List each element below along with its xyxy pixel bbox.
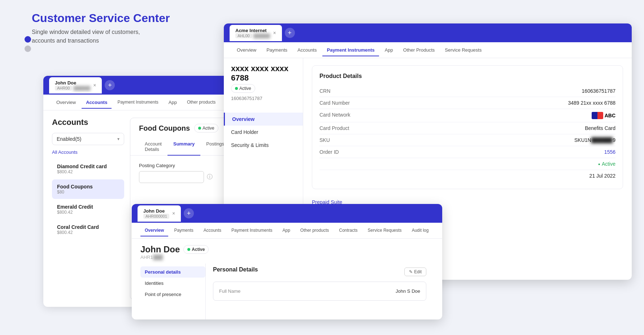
pd2-row-fullname: Full Name John S Doe bbox=[219, 287, 420, 295]
nav-overview-acme[interactable]: Overview bbox=[232, 44, 261, 56]
nav-payments-jf[interactable]: Payments bbox=[170, 225, 197, 236]
status-dot-green bbox=[198, 127, 201, 130]
account-diamond[interactable]: Diamond Credit card $800.42 bbox=[52, 159, 124, 179]
tab-bar-john-front: John Doe AHR000001 × + bbox=[132, 204, 442, 223]
dot-gray bbox=[25, 45, 31, 52]
nav-audit-jf[interactable]: Audit log bbox=[408, 225, 433, 236]
fc-tab-account-details[interactable]: Account Details bbox=[139, 138, 167, 156]
tab-close-john-back[interactable]: × bbox=[93, 82, 96, 88]
all-accounts-link[interactable]: All Accounts bbox=[52, 149, 124, 155]
pd-row-card-product: Card Product Benefits Card bbox=[319, 122, 615, 134]
tab-close-acme[interactable]: × bbox=[273, 30, 276, 36]
pd-row-sku: SKU SKU1N██████9 bbox=[319, 134, 615, 146]
jd2-user-status-badge: Active bbox=[183, 245, 209, 254]
acme-card-status-badge: Active bbox=[231, 84, 255, 93]
sidebar-nav-overview[interactable]: Overview bbox=[224, 113, 303, 126]
nav-app-jf[interactable]: App bbox=[278, 225, 294, 236]
personal-details-card: Full Name John S Doe bbox=[213, 282, 426, 301]
nav-accounts-john[interactable]: Accounts bbox=[82, 97, 112, 109]
pd-row-order-id: Order ID 1556 bbox=[319, 146, 615, 158]
nav-acme: Overview Payments Accounts Payment Instr… bbox=[224, 42, 632, 58]
acme-sidebar: Overview Card Holder Security & Limits bbox=[224, 107, 303, 157]
nav-service-jf[interactable]: Service Requests bbox=[364, 225, 406, 236]
nav-other-jf[interactable]: Other products bbox=[296, 225, 333, 236]
pd-active-dot: ● bbox=[598, 162, 600, 166]
tab-close-john-front[interactable]: × bbox=[172, 210, 175, 216]
nav-app-acme[interactable]: App bbox=[380, 44, 397, 56]
pencil-icon: ✎ bbox=[409, 269, 413, 274]
nav-other-john[interactable]: Other products bbox=[183, 97, 220, 108]
food-coupons-status-badge: Active bbox=[194, 124, 218, 132]
jd2-layout: Personal details Identities Point of pre… bbox=[140, 264, 434, 319]
tab-john-back[interactable]: John Doe AHR00 ██████ × bbox=[49, 77, 102, 93]
accounts-filter[interactable]: Enabled(5) ▾ bbox=[52, 133, 124, 145]
filter-chevron-icon: ▾ bbox=[117, 136, 119, 142]
jd2-content: John Doe Active AHR1███ Personal details… bbox=[132, 239, 442, 319]
nav-overview-jf[interactable]: Overview bbox=[140, 225, 168, 236]
acme-card-number: xxxx xxxx xxxx 6788 bbox=[231, 64, 296, 83]
jd2-ahr-id: AHR1███ bbox=[140, 254, 434, 260]
account-food-coupons[interactable]: Food Coupons $80 bbox=[52, 179, 124, 199]
nav-payments-acme[interactable]: Payments bbox=[262, 44, 292, 56]
nav-payment-inst-acme[interactable]: Payment Instruments bbox=[322, 44, 379, 56]
nav-john-front: Overview Payments Accounts Payment Instr… bbox=[132, 223, 442, 239]
nav-service-acme[interactable]: Service Requests bbox=[440, 44, 486, 56]
jd2-status-dot bbox=[187, 248, 190, 251]
window-john-front: John Doe AHR000001 × + Overview Payments… bbox=[132, 204, 442, 319]
sidebar-nav-cardholder[interactable]: Card Holder bbox=[224, 126, 303, 139]
card-network-logo: ABC bbox=[592, 112, 615, 119]
tab-acme[interactable]: Acme Internet AHL00 ██████ × bbox=[230, 25, 282, 41]
tab-bar-acme: Acme Internet AHL00 ██████ × + bbox=[224, 23, 632, 42]
jd2-sidebar: Personal details Identities Point of pre… bbox=[140, 264, 205, 319]
tab-add-acme[interactable]: + bbox=[285, 28, 295, 38]
acme-crn-display: 160636751787 bbox=[231, 96, 296, 101]
nav-contracts-jf[interactable]: Contracts bbox=[335, 225, 362, 236]
pd-row-card-number: Card Number 3489 21xx xxxx 6788 bbox=[319, 97, 615, 109]
nav-accounts-acme[interactable]: Accounts bbox=[293, 44, 321, 56]
posting-info-icon: ⓘ bbox=[207, 173, 213, 181]
fc-tab-summary[interactable]: Summary bbox=[167, 138, 200, 156]
pd-row-card-network: Card Network ABC bbox=[319, 109, 615, 122]
account-coral[interactable]: Coral Credit Card $800.42 bbox=[52, 220, 124, 239]
nav-overview-john[interactable]: Overview bbox=[52, 97, 80, 109]
pd-row-status: ● Active bbox=[319, 158, 615, 170]
jd2-user-name-row: John Doe Active bbox=[140, 244, 434, 254]
tab-john-front[interactable]: John Doe AHR000001 × bbox=[138, 205, 181, 222]
jd2-sidebar-identities[interactable]: Identities bbox=[140, 278, 205, 289]
posting-category-input[interactable] bbox=[139, 171, 204, 183]
sidebar-nav-security[interactable]: Security & Limits bbox=[224, 139, 303, 152]
pd-row-date: 21 Jul 2022 bbox=[319, 170, 615, 182]
account-emerald[interactable]: Emerald Credit $800.42 bbox=[52, 200, 124, 219]
jd2-main: Personal Details ✎ Edit Full Name John S… bbox=[205, 264, 434, 319]
nav-other-acme[interactable]: Other Products bbox=[399, 44, 439, 56]
edit-personal-details-button[interactable]: ✎ Edit bbox=[404, 267, 426, 276]
acme-status-dot bbox=[235, 87, 238, 90]
nav-accounts-jf[interactable]: Accounts bbox=[199, 225, 226, 236]
tab-add-john-front[interactable]: + bbox=[184, 208, 194, 218]
pd-row-crn: CRN 160636751787 bbox=[319, 85, 615, 97]
dot-blue bbox=[25, 36, 31, 43]
page-title: Customer Service Center bbox=[32, 12, 170, 25]
nav-app-john[interactable]: App bbox=[164, 97, 181, 109]
nav-pi-jf[interactable]: Payment Instruments bbox=[227, 225, 277, 236]
jd2-sidebar-point[interactable]: Point of presence bbox=[140, 289, 205, 300]
nav-payment-inst-john[interactable]: Payment Instruments bbox=[113, 97, 162, 108]
accounts-title: Accounts bbox=[52, 118, 124, 127]
tab-add-john-back[interactable]: + bbox=[105, 80, 115, 90]
product-details-card: Product Details CRN 160636751787 Card Nu… bbox=[312, 65, 623, 189]
order-id-link[interactable]: 1556 bbox=[604, 149, 615, 155]
jd2-sidebar-personal[interactable]: Personal details bbox=[140, 266, 205, 278]
pd-status-active: ● Active bbox=[598, 161, 615, 167]
